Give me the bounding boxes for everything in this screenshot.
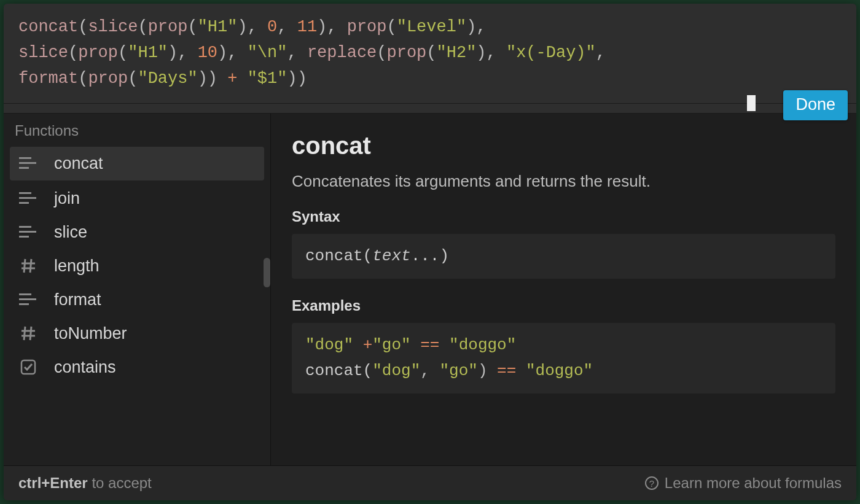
check-icon bbox=[17, 358, 39, 376]
function-item-label: length bbox=[54, 257, 100, 276]
svg-rect-6 bbox=[19, 226, 31, 228]
svg-rect-1 bbox=[19, 162, 36, 164]
separator-strip bbox=[4, 104, 856, 114]
function-item-label: format bbox=[54, 290, 101, 309]
function-item-label: toNumber bbox=[54, 324, 127, 343]
formula-editor-panel: concat(slice(prop("H1"), 0, 11), prop("L… bbox=[4, 4, 856, 500]
svg-rect-10 bbox=[19, 298, 36, 300]
svg-rect-11 bbox=[19, 303, 29, 305]
function-item-label: contains bbox=[54, 358, 116, 377]
function-item-toNumber[interactable]: toNumber bbox=[4, 317, 270, 351]
function-item-length[interactable]: length bbox=[4, 249, 270, 283]
svg-rect-2 bbox=[19, 167, 29, 169]
formula-code: concat(slice(prop("H1"), 0, 11), prop("L… bbox=[18, 18, 606, 88]
text-icon bbox=[17, 223, 39, 241]
text-icon bbox=[17, 154, 39, 173]
syntax-label: Syntax bbox=[292, 208, 835, 225]
svg-rect-5 bbox=[19, 202, 29, 204]
help-icon: ? bbox=[645, 476, 659, 490]
learn-more-link[interactable]: ? Learn more about formulas bbox=[645, 475, 842, 492]
text-caret bbox=[747, 95, 756, 111]
keyboard-hint: ctrl+Enter to accept bbox=[18, 475, 152, 492]
function-detail: concat Concatenates its arguments and re… bbox=[271, 114, 856, 465]
function-item-concat[interactable]: concat bbox=[10, 147, 264, 180]
svg-rect-9 bbox=[19, 293, 31, 295]
function-item-label: join bbox=[54, 189, 80, 208]
hash-icon bbox=[17, 257, 39, 275]
examples-block: "dog" +"go" == "doggo"concat("dog", "go"… bbox=[292, 323, 835, 394]
function-list: concatjoinslicelengthformattoNumberconta… bbox=[4, 145, 270, 465]
syntax-block: concat(text...) bbox=[292, 234, 835, 279]
svg-rect-0 bbox=[19, 157, 31, 159]
detail-title: concat bbox=[292, 132, 835, 160]
text-icon bbox=[17, 189, 39, 207]
function-item-contains[interactable]: contains bbox=[4, 351, 270, 384]
content-area: Functions concatjoinslicelengthformattoN… bbox=[4, 114, 856, 465]
scrollbar-thumb[interactable] bbox=[264, 258, 270, 287]
done-button[interactable]: Done bbox=[783, 90, 848, 120]
function-item-join[interactable]: join bbox=[4, 182, 270, 215]
footer-bar: ctrl+Enter to accept ? Learn more about … bbox=[4, 465, 856, 500]
text-icon bbox=[17, 290, 39, 309]
function-item-slice[interactable]: slice bbox=[4, 215, 270, 249]
sidebar-header: Functions bbox=[4, 114, 270, 145]
examples-label: Examples bbox=[292, 297, 835, 314]
function-item-label: slice bbox=[54, 223, 87, 242]
hash-icon bbox=[17, 324, 39, 343]
detail-description: Concatenates its arguments and returns t… bbox=[292, 172, 835, 191]
function-item-label: concat bbox=[54, 154, 103, 173]
svg-rect-8 bbox=[19, 236, 29, 238]
svg-rect-7 bbox=[19, 231, 36, 233]
formula-input[interactable]: concat(slice(prop("H1"), 0, 11), prop("L… bbox=[4, 4, 856, 104]
svg-rect-3 bbox=[19, 192, 31, 194]
functions-sidebar: Functions concatjoinslicelengthformattoN… bbox=[4, 114, 271, 465]
function-item-format[interactable]: format bbox=[4, 283, 270, 317]
svg-rect-4 bbox=[19, 197, 36, 199]
